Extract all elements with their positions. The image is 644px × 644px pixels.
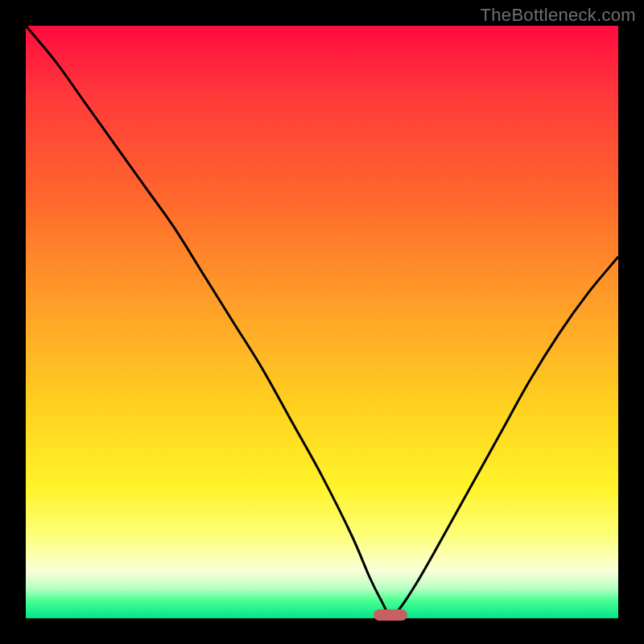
curve-svg <box>26 26 618 618</box>
chart-stage: TheBottleneck.com <box>0 0 644 644</box>
bottleneck-curve <box>26 26 618 616</box>
optimum-marker <box>374 609 407 621</box>
plot-area <box>26 26 618 618</box>
watermark-text: TheBottleneck.com <box>481 5 636 26</box>
